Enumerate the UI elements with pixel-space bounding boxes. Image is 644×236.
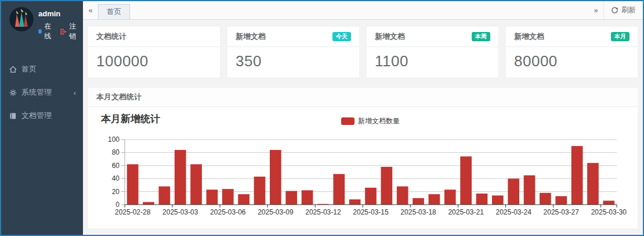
stat-card-new-month: 新增文档 本月 80000 (506, 27, 638, 77)
svg-text:2025-03-18: 2025-03-18 (400, 208, 436, 216)
refresh-button[interactable]: 刷新 (603, 1, 643, 19)
card-header: 新增文档 今天 (227, 27, 359, 47)
svg-text:100: 100 (108, 135, 120, 144)
logout-link[interactable]: 注销 (60, 22, 78, 41)
bar[interactable] (349, 199, 361, 205)
bar[interactable] (587, 163, 599, 205)
bar[interactable] (603, 201, 614, 205)
app-window: admin 在线 注销 (0, 0, 644, 236)
svg-text:2025-03-12: 2025-03-12 (305, 208, 341, 216)
bar[interactable] (222, 189, 234, 205)
sidebar-item-label: 系统管理 (21, 87, 52, 98)
bar[interactable] (413, 198, 424, 205)
tab-bar: « 首页 » 刷新 (83, 1, 643, 20)
book-icon (9, 112, 17, 120)
svg-text:2025-03-24: 2025-03-24 (495, 208, 531, 216)
badge-today: 今天 (332, 32, 351, 41)
sidebar-item-label: 首页 (21, 64, 37, 74)
card-title: 新增文档 (236, 31, 266, 42)
bar[interactable] (143, 202, 154, 205)
stat-cards-row: 文档统计 100000 新增文档 今天 350 (88, 27, 638, 77)
main-area: « 首页 » 刷新 文档统计 (83, 1, 643, 235)
panel-title: 本月文档统计 (96, 92, 142, 101)
online-dot-icon (38, 29, 42, 34)
card-value: 1100 (375, 52, 490, 70)
avatar-pencils-image (9, 7, 34, 31)
gear-icon (9, 89, 17, 96)
legend-label: 新增文档数量 (358, 116, 400, 126)
svg-text:2025-03-09: 2025-03-09 (258, 208, 294, 216)
bar[interactable] (302, 190, 313, 205)
card-header: 新增文档 本月 (506, 27, 638, 47)
bar[interactable] (285, 191, 297, 205)
bar[interactable] (381, 167, 393, 205)
sidebar: admin 在线 注销 (1, 1, 83, 235)
chart-legend[interactable]: 新增文档数量 (341, 116, 400, 126)
bar[interactable] (492, 195, 504, 205)
bar[interactable] (444, 189, 456, 205)
card-value: 350 (236, 52, 351, 70)
bar[interactable] (190, 165, 202, 205)
bar[interactable] (397, 187, 408, 205)
bar[interactable] (460, 156, 472, 205)
chevron-left-icon: ‹ (74, 88, 76, 97)
sidebar-item-label: 文档管理 (21, 110, 52, 121)
bar[interactable] (207, 189, 218, 205)
svg-text:2025-03-27: 2025-03-27 (544, 208, 580, 216)
card-title: 新增文档 (514, 31, 544, 42)
badge-month: 本月 (611, 32, 629, 41)
bar[interactable] (238, 194, 249, 205)
profile-info: admin 在线 注销 (34, 7, 78, 41)
sidebar-item-system[interactable]: 系统管理 ‹ (1, 81, 83, 104)
bar[interactable] (365, 188, 377, 205)
logout-icon (60, 28, 67, 35)
card-header: 文档统计 (88, 27, 220, 47)
bar[interactable] (159, 187, 171, 205)
svg-text:20: 20 (112, 188, 120, 196)
bar[interactable] (333, 174, 345, 205)
refresh-icon (611, 6, 618, 14)
tabbar-spacer (130, 1, 588, 19)
bar[interactable] (476, 194, 488, 205)
card-body: 100000 (88, 47, 220, 77)
sidebar-item-home[interactable]: 首页 (1, 58, 83, 81)
svg-text:0: 0 (115, 201, 120, 209)
home-icon (9, 66, 17, 73)
refresh-label: 刷新 (621, 5, 636, 15)
tab-home[interactable]: 首页 (98, 4, 130, 19)
bar[interactable] (429, 194, 440, 205)
svg-text:2025-03-03: 2025-03-03 (162, 208, 198, 216)
chart-title: 本月新增统计 (101, 112, 160, 126)
card-body: 1100 (367, 47, 498, 77)
svg-text:2025-03-15: 2025-03-15 (353, 208, 389, 216)
sidebar-item-documents[interactable]: 文档管理 (1, 104, 83, 127)
chart-container[interactable]: 0204060801002025-02-282025-03-032025-03-… (88, 107, 638, 228)
bar[interactable] (270, 150, 281, 205)
svg-text:2025-02-28: 2025-02-28 (115, 208, 151, 216)
bar[interactable] (555, 196, 567, 205)
card-value: 80000 (514, 52, 629, 70)
user-avatar[interactable] (9, 7, 34, 31)
tabs-scroll-left-icon[interactable]: « (83, 1, 98, 19)
bar[interactable] (571, 146, 583, 205)
bar[interactable] (175, 150, 186, 205)
username: admin (38, 9, 78, 18)
bar[interactable] (508, 178, 519, 205)
svg-text:60: 60 (112, 162, 120, 170)
bar[interactable] (127, 165, 139, 205)
bar[interactable] (524, 176, 536, 205)
content: 文档统计 100000 新增文档 今天 350 (83, 20, 643, 235)
svg-text:80: 80 (112, 148, 120, 156)
sidebar-menu: 首页 系统管理 ‹ (1, 58, 83, 127)
svg-text:2025-03-21: 2025-03-21 (448, 208, 484, 216)
badge-week: 本周 (472, 32, 490, 41)
bar[interactable] (254, 177, 266, 205)
bar[interactable] (540, 193, 551, 205)
card-header: 新增文档 本周 (367, 27, 498, 47)
tabs-scroll-right-icon[interactable]: » (588, 1, 603, 19)
stat-card-doc-total: 文档统计 100000 (88, 27, 220, 77)
monthly-stats-panel: 本月文档统计 0204060801002025-02-282025-03-032… (88, 88, 638, 228)
card-title: 新增文档 (375, 31, 405, 42)
logout-label: 注销 (69, 22, 78, 41)
card-title: 文档统计 (96, 31, 126, 42)
